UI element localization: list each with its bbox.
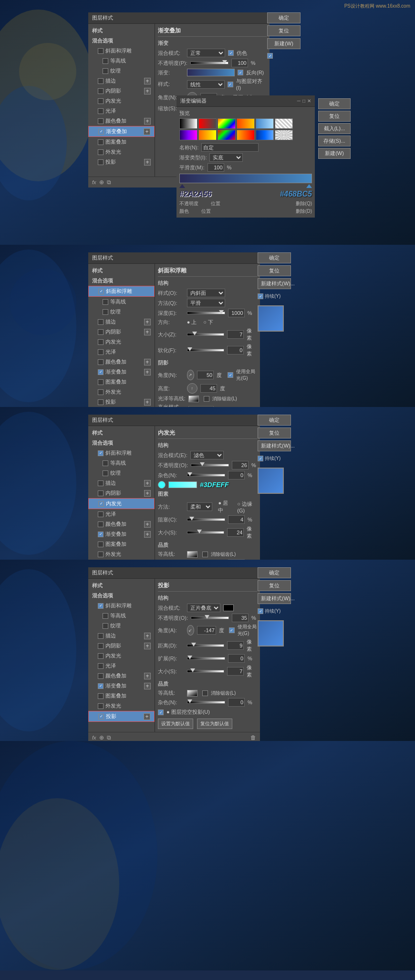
- innerglow-blend-select[interactable]: 滤色: [190, 451, 224, 459]
- cb-patternoverlay-4[interactable]: [98, 693, 104, 699]
- cb-stroke-4[interactable]: [98, 633, 104, 639]
- plus-dropshadow-4[interactable]: +: [144, 713, 150, 720]
- reset-btn-4[interactable]: 复位: [258, 580, 291, 591]
- style-bevel-1[interactable]: 斜面和浮雕: [88, 46, 155, 56]
- innerglow-gradient-swatch[interactable]: [168, 481, 197, 488]
- cb-contour-4[interactable]: [103, 613, 108, 619]
- style-icon-1[interactable]: ⊕: [99, 179, 104, 186]
- shadow-color-swatch-4[interactable]: [223, 605, 234, 611]
- cb-innerglow-2[interactable]: [98, 339, 104, 345]
- cb-satin-2[interactable]: [98, 349, 104, 355]
- swatch-9[interactable]: [218, 130, 236, 140]
- style-contour-2[interactable]: 等高线: [88, 297, 155, 307]
- innerglow-noise-slider[interactable]: [187, 474, 225, 477]
- style-outerglow-1[interactable]: 外发光: [88, 147, 155, 157]
- style-patternoverlay-4[interactable]: 图案叠加: [88, 691, 155, 701]
- soften-slider[interactable]: [187, 349, 225, 352]
- preview-cb-4[interactable]: [258, 608, 263, 614]
- fake-color-cb-1[interactable]: [228, 50, 234, 56]
- cb-satin-4[interactable]: [98, 663, 104, 669]
- gradient-preview-1[interactable]: [187, 69, 235, 76]
- bevel-style-select[interactable]: 内斜面: [187, 289, 225, 297]
- shadow-opacity-input-4[interactable]: [232, 614, 249, 622]
- new-style-btn-4[interactable]: 新建样式(W)...: [258, 593, 291, 604]
- new-style-btn-3[interactable]: 新建样式(W)...: [258, 440, 291, 451]
- style-innerglow-3[interactable]: 内发光: [88, 498, 155, 509]
- cb-contour-3[interactable]: [103, 460, 108, 466]
- style-coloroverlay-2[interactable]: 颜色叠加 +: [88, 357, 155, 367]
- cb-patternoverlay-1[interactable]: [98, 139, 104, 145]
- depth-input[interactable]: [228, 309, 245, 317]
- bevel-method-select[interactable]: 平滑: [187, 299, 225, 307]
- ge-confirm-btn[interactable]: 确定: [318, 98, 351, 109]
- shadow-angle-input[interactable]: [197, 626, 216, 635]
- plus-innershadow-3[interactable]: +: [144, 490, 151, 497]
- plus-coloroverlay-2[interactable]: +: [144, 359, 151, 365]
- confirm-btn-3[interactable]: 确定: [258, 415, 291, 426]
- style-innershadow-2[interactable]: 内阴影 +: [88, 327, 155, 337]
- cb-gradientoverlay-1[interactable]: [98, 129, 104, 135]
- ge-close[interactable]: ✕: [307, 98, 311, 104]
- cb-dropshadow-1[interactable]: [98, 159, 104, 165]
- style-bevel-2[interactable]: 斜面和浮雕: [88, 286, 155, 297]
- preview-cb-1[interactable]: [267, 53, 273, 59]
- choke-input[interactable]: [228, 515, 245, 524]
- gradient-type-select[interactable]: 实底: [209, 153, 243, 162]
- style-innerglow-4[interactable]: 内发光: [88, 651, 155, 661]
- swatch-4[interactable]: [237, 118, 255, 129]
- style-texture-3[interactable]: 纹理: [88, 468, 155, 478]
- style-bevel-4[interactable]: 斜面和浮雕: [88, 601, 155, 611]
- reset-btn-2[interactable]: 复位: [258, 265, 291, 276]
- cb-stroke-2[interactable]: [98, 319, 104, 325]
- blend-options-item-1[interactable]: 混合选项: [88, 36, 155, 46]
- soften-input[interactable]: [227, 346, 244, 354]
- smooth-input[interactable]: [208, 163, 224, 172]
- style-dropshadow-1[interactable]: 投影 +: [88, 157, 155, 167]
- cb-texture-2[interactable]: [103, 309, 108, 315]
- style-gradientoverlay-2[interactable]: 渐变叠加 +: [88, 367, 155, 377]
- opacity-slider-1[interactable]: [190, 62, 228, 64]
- swatch-8[interactable]: [198, 130, 217, 140]
- reset-btn-1[interactable]: 复位: [267, 25, 301, 36]
- cb-bevel-4[interactable]: [98, 603, 104, 609]
- style-select-1[interactable]: 线性: [187, 80, 225, 89]
- plus-dropshadow-2[interactable]: +: [144, 399, 151, 406]
- depth-slider[interactable]: [187, 312, 225, 314]
- innerglow-opacity-input[interactable]: [232, 461, 249, 469]
- stop-left[interactable]: [179, 184, 185, 188]
- style-patternoverlay-1[interactable]: 图案叠加: [88, 137, 155, 147]
- cb-bevel-2[interactable]: [98, 289, 104, 294]
- plus-coloroverlay-3[interactable]: +: [144, 521, 151, 528]
- style-coloroverlay-1[interactable]: 颜色叠加 +: [88, 116, 155, 126]
- blend-mode-select-1[interactable]: 正常: [187, 49, 225, 57]
- cb-gradientoverlay-2[interactable]: [98, 369, 104, 375]
- cb-outerglow-3[interactable]: [98, 552, 104, 557]
- plus-innershadow-2[interactable]: +: [144, 329, 151, 335]
- spread-slider[interactable]: [187, 657, 225, 660]
- stop-right[interactable]: [306, 184, 312, 188]
- innerglow-size-input[interactable]: [227, 528, 244, 537]
- style-outerglow-4[interactable]: 外发光: [88, 701, 155, 711]
- anti-alias-cb-bevel[interactable]: [204, 396, 209, 402]
- confirm-btn-1[interactable]: 确定: [267, 12, 301, 23]
- swatch-7[interactable]: [179, 130, 197, 140]
- cb-innerglow-1[interactable]: [98, 98, 104, 104]
- cb-patternoverlay-3[interactable]: [98, 542, 104, 547]
- plus-stroke-4[interactable]: +: [144, 633, 151, 639]
- size-input-2[interactable]: [227, 330, 244, 339]
- style-stroke-1[interactable]: 描边 +: [88, 76, 155, 86]
- style-dropshadow-4[interactable]: 投影 +: [88, 711, 155, 722]
- distance-slider[interactable]: [187, 644, 224, 647]
- cb-coloroverlay-3[interactable]: [98, 521, 104, 527]
- confirm-btn-2[interactable]: 确定: [258, 252, 291, 263]
- plus-dropshadow-1[interactable]: +: [144, 159, 151, 166]
- style-bevel-3[interactable]: 斜面和浮雕: [88, 448, 155, 458]
- style-outerglow-2[interactable]: 外发光: [88, 387, 155, 397]
- cb-bevel-1[interactable]: [98, 48, 104, 54]
- cb-innershadow-3[interactable]: [98, 490, 104, 496]
- new-style-btn-2[interactable]: 新建样式(W)...: [258, 278, 291, 289]
- plus-gradientoverlay-1[interactable]: +: [144, 128, 150, 135]
- cb-outerglow-4[interactable]: [98, 703, 104, 709]
- cb-innerglow-3[interactable]: [98, 501, 104, 507]
- style-stroke-4[interactable]: 描边 +: [88, 631, 155, 641]
